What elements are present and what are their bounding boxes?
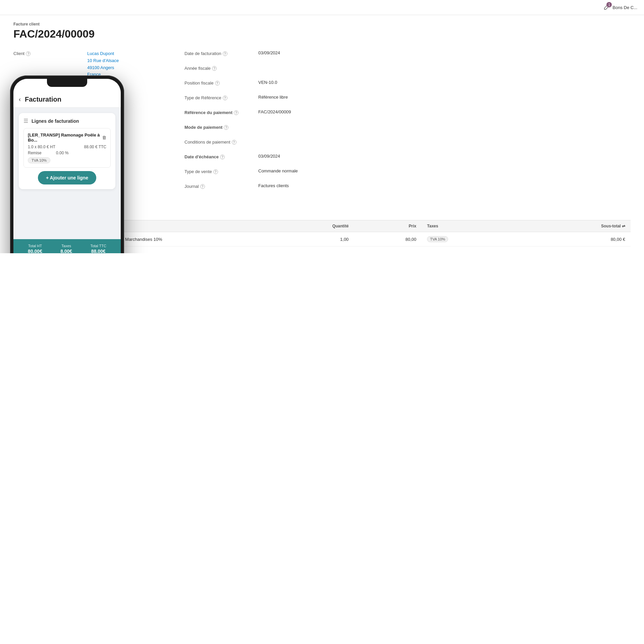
date-echeance-help[interactable]: ? [220,155,225,159]
breadcrumb: Facture client [13,22,631,26]
reference-paiement-help[interactable]: ? [234,110,238,115]
phone-card: ☰ Lignes de facturation [LER_TRANSP] Ram… [19,113,115,189]
phone-card-list-icon: ☰ [23,118,28,124]
cell-quantite: 1,00 [269,232,354,247]
phone-add-button-container: + Ajouter une ligne [23,171,111,184]
client-value: Lucas Dupont 10 Rue d'Alsace 49100 Anger… [87,50,119,78]
journal-label: Journal ? [184,183,258,189]
mode-paiement-help[interactable]: ? [224,125,228,130]
col-quantite: Quantité [269,220,354,232]
phone-invoice-item: [LER_TRANSP] Ramonage Poêle à Bo... 🗑 1.… [23,128,111,168]
conditions-paiement-label: Conditions de paiement ? [184,139,258,145]
date-echeance-row: Date d'échéance ? 03/09/2024 [184,154,631,163]
position-fiscale-label: Position fiscale ? [184,80,258,86]
phone-overlay: ‹ Facturation ☰ Lignes de facturation [L… [10,75,124,253]
phone-total-ttc-value: 88.00€ [90,249,106,253]
phone-frame: ‹ Facturation ☰ Lignes de facturation [L… [10,75,124,253]
type-reference-label: Type de Référence ? [184,95,258,100]
type-reference-row: Type de Référence ? Référence libre [184,95,631,104]
phone-total-ht-value: 80.00€ [28,249,42,253]
client-field-row: Client ? Lucas Dupont 10 Rue d'Alsace 49… [13,50,164,78]
journal-help[interactable]: ? [200,184,205,189]
phone-item-name-row: [LER_TRANSP] Ramonage Poêle à Bo... 🗑 [28,132,106,143]
annee-fiscale-label: Année fiscale ? [184,65,258,71]
date-echeance-value[interactable]: 03/09/2024 [258,154,280,159]
phone-app-title: Facturation [25,96,61,103]
journal-row: Journal ? Factures clients [184,183,631,193]
phone-taxes-label: Taxes [60,244,72,248]
col-description [120,220,269,232]
client-name[interactable]: Lucas Dupont [87,50,119,57]
bons-de-commande-badge[interactable]: 1 Bons De C... [603,4,637,11]
phone-item-remise-row: Remise 0.00 % [28,151,106,155]
phone-total-ttc-label: Total TTC [90,244,106,248]
phone-totals: Total HT 80.00€ Taxes 8.00€ Total TTC 88… [13,239,121,253]
col-taxes: Taxes [422,220,521,232]
phone-total-taxes: Taxes 8.00€ [60,244,72,253]
phone-card-header: ☰ Lignes de facturation [23,118,111,124]
date-facturation-help[interactable]: ? [223,51,227,56]
client-address-1: 10 Rue d'Alsace [87,57,119,64]
table-settings-icon[interactable]: ⇌ [622,224,625,228]
date-echeance-label: Date d'échéance ? [184,154,258,159]
phone-remise-label: Remise [28,151,42,155]
cell-sous-total: 80,00 € [522,232,631,247]
client-label: Client ? [13,50,87,56]
journal-value[interactable]: Factures clients [258,183,289,188]
annee-fiscale-row: Année fiscale ? [184,65,631,74]
phone-item-tva-badge: TVA 10% [28,157,50,163]
top-bar: 1 Bons De C... [0,0,644,15]
col-prix: Prix [354,220,422,232]
invoice-title: FAC/2024/00009 [13,28,631,40]
phone-item-name[interactable]: [LER_TRANSP] Ramonage Poêle à Bo... [28,132,102,143]
phone-taxes-value: 8.00€ [60,249,72,253]
reference-paiement-row: Référence du paiement ? FAC/2024/00009 [184,109,631,119]
phone-total-ht: Total HT 80.00€ [28,244,42,253]
type-reference-value[interactable]: Référence libre [258,95,288,100]
phone-card-title: Lignes de facturation [32,118,79,124]
conditions-paiement-row: Conditions de paiement ? [184,139,631,148]
badge-icon-wrapper: 1 [603,4,610,11]
phone-footer: Total HT 80.00€ Taxes 8.00€ Total TTC 88… [13,239,121,253]
phone-item-price-row: 1.0 x 80.0 € HT 88.00 € TTC [28,145,106,149]
phone-item-delete-icon[interactable]: 🗑 [102,135,106,140]
phone-screen: ‹ Facturation ☰ Lignes de facturation [L… [13,79,121,253]
type-reference-help[interactable]: ? [223,96,227,100]
conditions-paiement-help[interactable]: ? [232,140,236,145]
phone-item-ttc: 88.00 € TTC [84,145,106,149]
badge-count: 1 [606,2,612,7]
type-vente-row: Type de vente ? Commande normale [184,168,631,178]
type-vente-value[interactable]: Commande normale [258,168,298,173]
badge-label: Bons De C... [612,5,637,10]
phone-add-line-button[interactable]: + Ajouter une ligne [38,171,96,184]
date-facturation-value[interactable]: 03/09/2024 [258,50,280,55]
phone-remise-value: 0.00 % [56,151,68,155]
position-fiscale-row: Position fiscale ? VEN-10.0 [184,80,631,89]
cell-taxes: TVA 10% [422,232,521,247]
phone-notch [47,79,87,87]
mode-paiement-label: Mode de paiement ? [184,124,258,130]
client-address-2: 49100 Angers [87,64,119,71]
type-vente-label: Type de vente ? [184,168,258,174]
cell-description: Marchandises 10% [120,232,269,247]
type-vente-help[interactable]: ? [213,169,218,174]
col-sous-total: Sous-total ⇌ [522,220,631,232]
phone-item-qty-price: 1.0 x 80.0 € HT [28,145,55,149]
reference-paiement-value[interactable]: FAC/2024/00009 [258,109,291,114]
annee-fiscale-help[interactable]: ? [212,66,217,71]
cell-prix: 80,00 [354,232,422,247]
main-content: Facture client FAC/2024/00009 Client ? L… [0,15,644,253]
date-facturation-row: Date de facturation ? 03/09/2024 [184,50,631,60]
position-fiscale-help[interactable]: ? [215,81,220,86]
position-fiscale-value[interactable]: VEN-10.0 [258,80,277,85]
reference-paiement-label: Référence du paiement ? [184,109,258,115]
phone-back-button[interactable]: ‹ [19,96,21,103]
mode-paiement-row: Mode de paiement ? [184,124,631,133]
client-help-icon[interactable]: ? [26,51,31,56]
phone-total-ttc: Total TTC 88.00€ [90,244,106,253]
phone-total-ht-label: Total HT [28,244,42,248]
form-right: Date de facturation ? 03/09/2024 Année f… [184,50,631,198]
date-facturation-label: Date de facturation ? [184,50,258,56]
